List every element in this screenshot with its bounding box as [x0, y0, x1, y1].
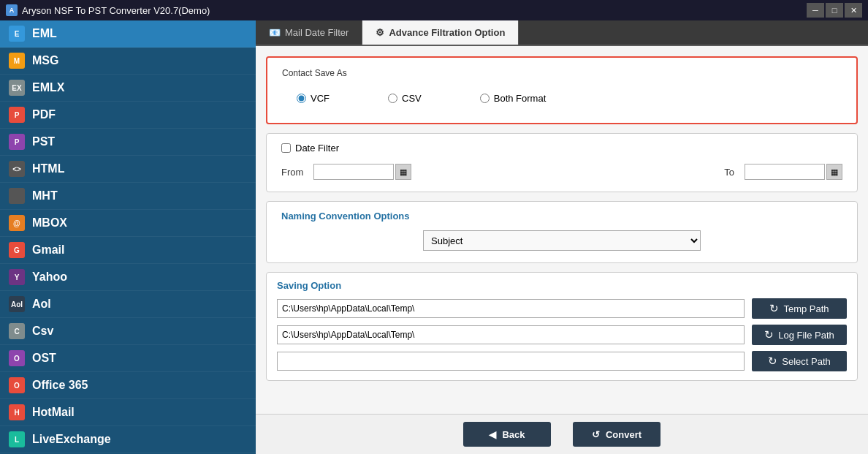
- sidebar-icon-pst: P: [9, 134, 25, 150]
- convert-icon: ↺: [592, 429, 600, 440]
- temp-path-input[interactable]: [277, 299, 745, 318]
- back-button[interactable]: ◀ Back: [463, 422, 551, 447]
- to-label: To: [712, 167, 734, 178]
- sidebar-label-yahoo: Yahoo: [32, 270, 67, 284]
- app-title: Aryson NSF To PST Converter V20.7(Demo): [22, 5, 210, 16]
- close-button[interactable]: ✕: [845, 3, 862, 18]
- sidebar-item-mht[interactable]: MHT: [0, 183, 256, 210]
- sidebar-item-ost[interactable]: O OST: [0, 345, 256, 372]
- sidebar-label-office365: Office 365: [32, 379, 88, 392]
- naming-convention-title: Naming Convention Options: [281, 211, 842, 222]
- from-label: From: [281, 167, 303, 178]
- saving-option-section: Saving Option ↻ Temp Path ↻ Log File Pat…: [266, 272, 858, 381]
- to-date-group: ▦: [745, 164, 842, 180]
- sidebar-item-hotmail[interactable]: H HotMail: [0, 399, 256, 426]
- log-file-path-input[interactable]: [277, 325, 745, 344]
- date-filter-label[interactable]: Date Filter: [295, 143, 339, 154]
- tab-label-mail-date-filter: Mail Date Filter: [285, 27, 349, 38]
- sidebar-label-eml: EML: [32, 27, 57, 40]
- sidebar-item-csv[interactable]: C Csv: [0, 318, 256, 345]
- radio-label-csv[interactable]: CSV: [402, 93, 422, 104]
- radio-option-csv[interactable]: CSV: [388, 93, 422, 104]
- convert-label: Convert: [606, 429, 642, 440]
- select-path-row: ↻ Select Path: [277, 351, 847, 371]
- sidebar-label-emlx: EMLX: [32, 81, 64, 94]
- tab-icon-mail-date-filter: 📧: [269, 27, 281, 38]
- sidebar-label-liveexchange: LiveExchange: [32, 433, 111, 446]
- sidebar-item-eml[interactable]: E EML: [0, 20, 256, 48]
- temp-path-button[interactable]: ↻ Temp Path: [752, 298, 847, 319]
- temp-path-icon: ↻: [769, 302, 779, 315]
- tab-mail-date-filter[interactable]: 📧 Mail Date Filter: [256, 20, 362, 45]
- sidebar-item-gmail[interactable]: G Gmail: [0, 237, 256, 264]
- sidebar-icon-yahoo: Y: [9, 269, 25, 285]
- sidebar-icon-gmail: G: [9, 242, 25, 258]
- select-path-icon: ↻: [768, 355, 777, 368]
- back-label: Back: [502, 429, 525, 440]
- main-layout: E EML M MSG EX EMLX P PDF P PST <> HTML …: [0, 20, 868, 454]
- sidebar-label-msg: MSG: [32, 54, 58, 67]
- radio-both[interactable]: [480, 94, 490, 103]
- sidebar-item-office365[interactable]: O Office 365: [0, 372, 256, 399]
- date-filter-checkbox[interactable]: [281, 143, 291, 153]
- radio-label-vcf[interactable]: VCF: [311, 93, 330, 104]
- sidebar-icon-office365: O: [9, 377, 25, 393]
- right-panel: 📧 Mail Date Filter⚙ Advance Filtration O…: [256, 20, 868, 454]
- radio-vcf[interactable]: [297, 94, 306, 103]
- sidebar-icon-aol: Aol: [9, 296, 25, 312]
- sidebar-icon-hotmail: H: [9, 404, 25, 420]
- to-date-input[interactable]: [745, 164, 825, 180]
- temp-path-label: Temp Path: [783, 303, 829, 314]
- window-controls: ─ □ ✕: [807, 3, 862, 18]
- sidebar-item-pdf[interactable]: P PDF: [0, 102, 256, 129]
- sidebar-label-mbox: MBOX: [32, 216, 67, 230]
- sidebar-icon-html: <>: [9, 161, 25, 177]
- sidebar-icon-eml: E: [9, 26, 25, 42]
- naming-convention-select[interactable]: SubjectDateFromToSubject+Date: [423, 230, 701, 251]
- naming-select-wrap: SubjectDateFromToSubject+Date: [281, 230, 842, 251]
- log-file-path-button[interactable]: ↻ Log File Path: [752, 325, 847, 345]
- sidebar-item-aol[interactable]: Aol Aol: [0, 291, 256, 318]
- sidebar-item-mbox[interactable]: @ MBOX: [0, 210, 256, 237]
- from-date-picker-button[interactable]: ▦: [395, 164, 411, 180]
- temp-path-row: ↻ Temp Path: [277, 298, 847, 319]
- sidebar: E EML M MSG EX EMLX P PDF P PST <> HTML …: [0, 20, 256, 454]
- back-icon: ◀: [489, 429, 496, 440]
- radio-label-both[interactable]: Both Format: [494, 93, 547, 104]
- sidebar-item-liveexchange[interactable]: L LiveExchange: [0, 426, 256, 453]
- tab-label-advance-filtration: Advance Filtration Option: [389, 27, 505, 38]
- log-file-icon: ↻: [764, 328, 774, 341]
- log-file-label: Log File Path: [778, 330, 834, 341]
- sidebar-label-ost: OST: [32, 352, 56, 365]
- select-path-button[interactable]: ↻ Select Path: [752, 351, 847, 371]
- sidebar-icon-liveexchange: L: [9, 431, 25, 447]
- to-date-picker-button[interactable]: ▦: [826, 164, 842, 180]
- sidebar-item-msg[interactable]: M MSG: [0, 48, 256, 75]
- minimize-button[interactable]: ─: [807, 3, 824, 18]
- date-filter-row: From ▦ To ▦: [281, 164, 842, 180]
- from-date-group: ▦: [313, 164, 411, 180]
- bottom-bar: ◀ Back ↺ Convert: [256, 414, 868, 454]
- log-file-path-row: ↻ Log File Path: [277, 325, 847, 345]
- from-date-input[interactable]: [313, 164, 394, 180]
- maximize-button[interactable]: □: [826, 3, 843, 18]
- contact-save-as-legend: Contact Save As: [282, 68, 842, 78]
- sidebar-label-pst: PST: [32, 135, 55, 148]
- sidebar-label-hotmail: HotMail: [32, 406, 75, 419]
- sidebar-item-emlx[interactable]: EX EMLX: [0, 75, 256, 102]
- radio-csv[interactable]: [388, 94, 397, 103]
- radio-option-vcf[interactable]: VCF: [297, 93, 330, 104]
- sidebar-item-yahoo[interactable]: Y Yahoo: [0, 264, 256, 291]
- app-icon: A: [6, 4, 18, 16]
- sidebar-icon-mht: [9, 188, 25, 204]
- sidebar-item-pst[interactable]: P PST: [0, 129, 256, 156]
- radio-option-both[interactable]: Both Format: [480, 93, 547, 104]
- sidebar-icon-csv: C: [9, 323, 25, 339]
- select-path-input[interactable]: [277, 352, 745, 371]
- sidebar-label-aol: Aol: [32, 298, 51, 311]
- sidebar-item-html[interactable]: <> HTML: [0, 156, 256, 183]
- tab-advance-filtration[interactable]: ⚙ Advance Filtration Option: [362, 20, 519, 45]
- sidebar-label-gmail: Gmail: [32, 243, 64, 257]
- sidebar-icon-pdf: P: [9, 107, 25, 123]
- convert-button[interactable]: ↺ Convert: [573, 422, 660, 447]
